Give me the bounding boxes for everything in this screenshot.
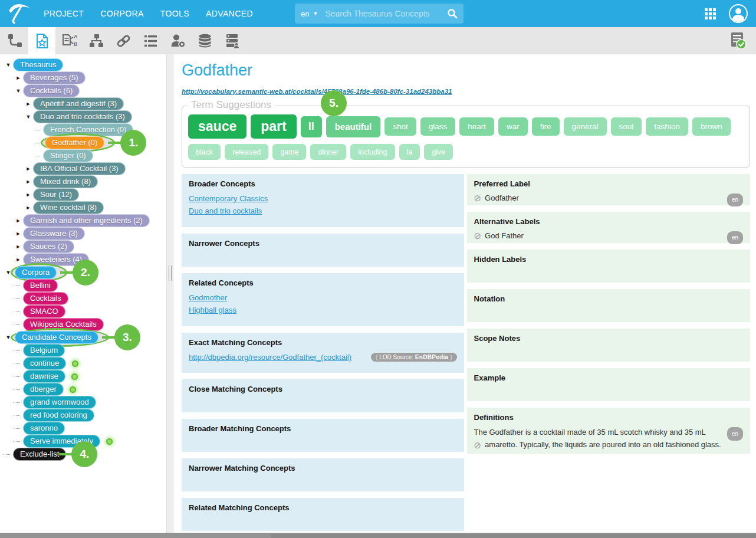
term-suggestion-war[interactable]: war bbox=[498, 117, 528, 136]
term-suggestion-heart[interactable]: heart bbox=[459, 117, 494, 136]
term-suggestion-glass[interactable]: glass bbox=[420, 117, 456, 136]
database-icon[interactable] bbox=[191, 27, 218, 54]
document-star-icon[interactable] bbox=[28, 27, 55, 54]
matching-concept-link[interactable]: http://dbpedia.org/resource/Godfather_(c… bbox=[189, 351, 351, 363]
tree-row: continue bbox=[0, 357, 166, 370]
link-icon[interactable] bbox=[110, 27, 137, 54]
chevron-down-icon[interactable]: ▼ bbox=[313, 11, 318, 17]
tree-node-smaco[interactable]: SMACO bbox=[23, 305, 65, 318]
user-avatar-icon[interactable] bbox=[729, 4, 748, 23]
expander-icon[interactable]: ► bbox=[14, 244, 23, 250]
section-narrower-matching-concepts: Narrower Matching Concepts bbox=[182, 458, 464, 491]
tree-node-candidate-concepts[interactable]: Candidate Concepts bbox=[15, 331, 98, 344]
tree-node-belgium[interactable]: Belgium bbox=[23, 344, 65, 357]
splitter-grip-handle[interactable] bbox=[169, 265, 172, 281]
menu-item-project[interactable]: PROJECT bbox=[44, 9, 84, 18]
expander-icon[interactable]: ▼ bbox=[14, 88, 23, 94]
tree-node-mixed-drink-8[interactable]: Mixed drink (8) bbox=[33, 175, 98, 188]
tree-node-godfather-0[interactable]: Godfather (0) bbox=[45, 136, 104, 149]
tree-node-ap-ritif-and-digestif-3[interactable]: Apéritif and digestif (3) bbox=[33, 97, 124, 110]
tree-node-thesaurus[interactable]: Thesaurus bbox=[13, 58, 63, 71]
tree-node-saronno[interactable]: saronno bbox=[23, 422, 65, 435]
expander-icon[interactable]: ► bbox=[14, 75, 23, 81]
menu-item-tools[interactable]: TOOLS bbox=[160, 9, 189, 18]
concept-uri-link[interactable]: http://vocabulary.semantic-web.at/cockta… bbox=[182, 88, 452, 95]
expander-icon[interactable]: ► bbox=[24, 205, 33, 211]
list-icon[interactable] bbox=[137, 27, 164, 54]
tree-node-exclude-list[interactable]: Exclude-list bbox=[13, 448, 66, 461]
expander-icon[interactable]: ► bbox=[14, 231, 23, 237]
user-settings-icon[interactable] bbox=[164, 27, 191, 54]
expander-icon[interactable]: ► bbox=[24, 101, 33, 107]
expander-icon[interactable]: ► bbox=[24, 179, 33, 185]
expander-icon[interactable]: ► bbox=[14, 257, 23, 263]
term-suggestion-give[interactable]: give bbox=[424, 144, 453, 160]
language-badge: en bbox=[727, 427, 743, 441]
term-suggestion-released[interactable]: released bbox=[225, 144, 268, 160]
hierarchy-icon[interactable] bbox=[83, 27, 110, 54]
term-suggestion-ll[interactable]: ll bbox=[301, 116, 322, 137]
search-icon[interactable] bbox=[447, 8, 458, 19]
term-suggestion-game[interactable]: game bbox=[272, 144, 306, 160]
term-suggestion-general[interactable]: general bbox=[564, 117, 607, 136]
concept-link-contemporary-classics[interactable]: Contemporary Classics bbox=[189, 192, 268, 205]
tree-node-grand-wormwood[interactable]: grand wormwood bbox=[23, 396, 96, 409]
expander-icon[interactable]: ▼ bbox=[24, 114, 33, 120]
tree-node-glassware-3[interactable]: Glassware (3) bbox=[23, 227, 85, 240]
term-suggestion-brown[interactable]: brown bbox=[692, 117, 731, 136]
term-suggestion-beautiful[interactable]: beautiful bbox=[326, 116, 381, 137]
tree-node-dawnise[interactable]: dawnise bbox=[23, 370, 65, 383]
concept-tree-icon[interactable] bbox=[1, 27, 28, 54]
document-ab-compare-icon[interactable]: AB bbox=[55, 27, 83, 54]
tree-node-corpora[interactable]: Corpora bbox=[15, 266, 57, 279]
tree-node-cocktails-6[interactable]: Cocktails (6) bbox=[23, 84, 80, 97]
tree-node-sauces-2[interactable]: Sauces (2) bbox=[23, 240, 74, 253]
tree-connector bbox=[14, 415, 20, 416]
poolparty-umbrella-logo-icon[interactable] bbox=[6, 1, 34, 26]
term-suggestion-including[interactable]: including bbox=[350, 144, 395, 160]
tree-node-continue[interactable]: continue bbox=[23, 357, 66, 370]
term-suggestion-soul[interactable]: soul bbox=[611, 117, 642, 136]
tree-node-dberger[interactable]: dberger bbox=[23, 383, 64, 396]
tree-node-bellini[interactable]: Bellini bbox=[23, 279, 58, 292]
tree-row: Exclude-list 4. bbox=[0, 448, 166, 461]
horizontal-scrollbar[interactable] bbox=[0, 533, 756, 538]
tree-node-red-food-coloring[interactable]: red food coloring bbox=[23, 409, 94, 422]
concept-link-godmother[interactable]: Godmother bbox=[189, 291, 227, 304]
tree-node-cocktails[interactable]: Cocktails bbox=[23, 292, 68, 305]
term-suggestion-la[interactable]: la bbox=[399, 144, 420, 160]
scrollbar-thumb[interactable] bbox=[0, 534, 271, 538]
term-suggestion-shot[interactable]: shot bbox=[384, 117, 416, 136]
search-input[interactable] bbox=[325, 9, 447, 18]
tree-node-wine-cocktail-8[interactable]: Wine cocktail (8) bbox=[33, 201, 104, 214]
section-body: GodmotherHighball glass bbox=[189, 291, 457, 316]
tree-node-duo-and-trio-cocktails-3[interactable]: Duo and trio cocktails (3) bbox=[33, 110, 132, 123]
tree-node-garnish-and-other-ingredients-2[interactable]: Garnish and other ingredients (2) bbox=[23, 214, 150, 227]
expander-icon[interactable]: ▼ bbox=[4, 62, 13, 68]
apps-grid-icon[interactable] bbox=[705, 8, 716, 19]
tree-node-iba-official-cocktail-3[interactable]: IBA Official Cocktail (3) bbox=[33, 162, 126, 175]
expander-icon[interactable]: ► bbox=[24, 166, 33, 172]
menu-item-corpora[interactable]: CORPORA bbox=[100, 9, 144, 18]
term-suggestion-part[interactable]: part bbox=[251, 114, 296, 139]
term-suggestion-fire[interactable]: fire bbox=[532, 117, 560, 136]
term-suggestion-dinner[interactable]: dinner bbox=[310, 144, 346, 160]
panel-splitter[interactable] bbox=[166, 54, 173, 533]
term-suggestion-fashion[interactable]: fashion bbox=[646, 117, 688, 136]
concept-link-highball-glass[interactable]: Highball glass bbox=[189, 304, 236, 316]
server-user-icon[interactable] bbox=[218, 27, 245, 54]
section-broader-matching-concepts: Broader Matching Concepts bbox=[182, 419, 464, 452]
report-check-icon[interactable] bbox=[730, 32, 747, 50]
term-suggestion-black[interactable]: black bbox=[188, 144, 221, 160]
section-title: Alternative Labels bbox=[474, 217, 744, 226]
expander-icon[interactable]: ► bbox=[14, 218, 23, 224]
expander-icon[interactable]: ► bbox=[24, 192, 33, 198]
tree-node-stinger-0[interactable]: Stinger (0) bbox=[43, 149, 93, 162]
tree-node-sour-12[interactable]: Sour (12) bbox=[33, 188, 79, 201]
search-language-selector[interactable]: en bbox=[301, 9, 309, 18]
section-title: Preferred Label bbox=[474, 179, 744, 188]
tree-node-beverages-5[interactable]: Beverages (5) bbox=[23, 71, 86, 84]
term-suggestion-sauce[interactable]: sauce bbox=[188, 114, 246, 139]
menu-item-advanced[interactable]: ADVANCED bbox=[206, 9, 253, 18]
concept-link-duo-and-trio-cocktails[interactable]: Duo and trio cocktails bbox=[189, 205, 262, 217]
